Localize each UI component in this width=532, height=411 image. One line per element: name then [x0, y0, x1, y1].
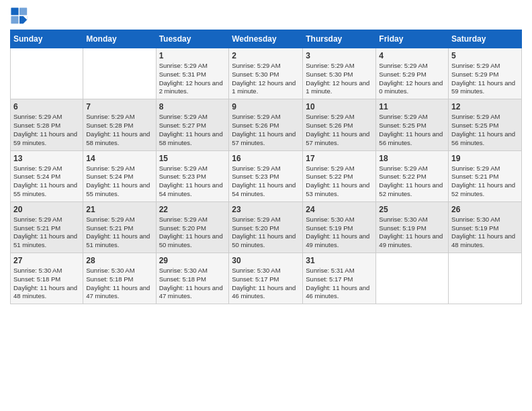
day-number: 14: [86, 154, 152, 163]
day-number: 22: [159, 205, 226, 214]
cell-content: Sunrise: 5:30 AM Sunset: 5:19 PM Dayligh…: [379, 216, 445, 250]
day-number: 29: [159, 256, 226, 265]
page: SundayMondayTuesdayWednesdayThursdayFrid…: [0, 0, 532, 311]
cell-content: Sunrise: 5:29 AM Sunset: 5:26 PM Dayligh…: [232, 113, 300, 147]
week-row-4: 20Sunrise: 5:29 AM Sunset: 5:21 PM Dayli…: [11, 201, 522, 253]
cell-content: Sunrise: 5:29 AM Sunset: 5:25 PM Dayligh…: [379, 113, 445, 147]
day-number: 8: [159, 102, 226, 111]
header-row: SundayMondayTuesdayWednesdayThursdayFrid…: [11, 30, 522, 48]
cell-content: Sunrise: 5:30 AM Sunset: 5:19 PM Dayligh…: [451, 216, 519, 250]
cell-content: Sunrise: 5:29 AM Sunset: 5:22 PM Dayligh…: [306, 165, 373, 199]
day-cell: 12Sunrise: 5:29 AM Sunset: 5:25 PM Dayli…: [449, 99, 522, 150]
day-number: 28: [86, 256, 152, 265]
day-number: 30: [232, 256, 300, 265]
cell-content: Sunrise: 5:29 AM Sunset: 5:23 PM Dayligh…: [159, 165, 226, 199]
day-number: 2: [232, 51, 300, 60]
day-number: 11: [379, 102, 445, 111]
day-cell: 27Sunrise: 5:30 AM Sunset: 5:18 PM Dayli…: [11, 253, 83, 304]
svg-rect-1: [19, 7, 27, 15]
day-cell: 9Sunrise: 5:29 AM Sunset: 5:26 PM Daylig…: [229, 99, 303, 150]
cell-content: Sunrise: 5:29 AM Sunset: 5:28 PM Dayligh…: [13, 113, 80, 147]
day-cell: 15Sunrise: 5:29 AM Sunset: 5:23 PM Dayli…: [156, 150, 229, 201]
svg-rect-0: [11, 7, 18, 15]
day-cell: 19Sunrise: 5:29 AM Sunset: 5:21 PM Dayli…: [449, 150, 522, 201]
cell-content: Sunrise: 5:29 AM Sunset: 5:21 PM Dayligh…: [13, 216, 80, 250]
cell-content: Sunrise: 5:29 AM Sunset: 5:22 PM Dayligh…: [379, 165, 445, 199]
cell-content: Sunrise: 5:29 AM Sunset: 5:30 PM Dayligh…: [232, 62, 300, 96]
day-cell: 18Sunrise: 5:29 AM Sunset: 5:22 PM Dayli…: [376, 150, 449, 201]
logo-icon: [10, 7, 29, 26]
day-cell: 16Sunrise: 5:29 AM Sunset: 5:23 PM Dayli…: [229, 150, 303, 201]
day-number: 21: [86, 205, 152, 214]
day-cell: 8Sunrise: 5:29 AM Sunset: 5:27 PM Daylig…: [156, 99, 229, 150]
day-cell: 4Sunrise: 5:29 AM Sunset: 5:29 PM Daylig…: [376, 48, 449, 99]
day-cell: 21Sunrise: 5:29 AM Sunset: 5:21 PM Dayli…: [83, 201, 156, 253]
cell-content: Sunrise: 5:30 AM Sunset: 5:18 PM Dayligh…: [159, 267, 226, 301]
cell-content: Sunrise: 5:29 AM Sunset: 5:28 PM Dayligh…: [86, 113, 152, 147]
header-cell-sunday: Sunday: [11, 30, 83, 48]
day-cell: 6Sunrise: 5:29 AM Sunset: 5:28 PM Daylig…: [11, 99, 83, 150]
day-cell: 28Sunrise: 5:30 AM Sunset: 5:18 PM Dayli…: [83, 253, 156, 304]
svg-rect-2: [11, 16, 18, 24]
day-cell: 3Sunrise: 5:29 AM Sunset: 5:30 PM Daylig…: [303, 48, 376, 99]
day-number: 16: [232, 154, 300, 163]
day-number: 23: [232, 205, 300, 214]
day-number: 9: [232, 102, 300, 111]
day-cell: 23Sunrise: 5:29 AM Sunset: 5:20 PM Dayli…: [229, 201, 303, 253]
day-cell: 30Sunrise: 5:30 AM Sunset: 5:17 PM Dayli…: [229, 253, 303, 304]
calendar-table: SundayMondayTuesdayWednesdayThursdayFrid…: [10, 30, 522, 304]
cell-content: Sunrise: 5:29 AM Sunset: 5:24 PM Dayligh…: [86, 165, 152, 199]
day-number: 26: [451, 205, 519, 214]
day-number: 1: [159, 51, 226, 60]
day-number: 7: [86, 102, 152, 111]
cell-content: Sunrise: 5:29 AM Sunset: 5:24 PM Dayligh…: [13, 165, 80, 199]
day-number: 17: [306, 154, 373, 163]
day-cell: [11, 48, 83, 99]
header-cell-tuesday: Tuesday: [156, 30, 229, 48]
day-number: 24: [306, 205, 373, 214]
day-number: 12: [451, 102, 519, 111]
day-number: 27: [13, 256, 80, 265]
day-cell: 22Sunrise: 5:29 AM Sunset: 5:20 PM Dayli…: [156, 201, 229, 253]
header-top: [10, 7, 522, 26]
cell-content: Sunrise: 5:29 AM Sunset: 5:25 PM Dayligh…: [451, 113, 519, 147]
header-cell-thursday: Thursday: [303, 30, 376, 48]
cell-content: Sunrise: 5:29 AM Sunset: 5:27 PM Dayligh…: [159, 113, 226, 147]
day-cell: 29Sunrise: 5:30 AM Sunset: 5:18 PM Dayli…: [156, 253, 229, 304]
day-cell: 25Sunrise: 5:30 AM Sunset: 5:19 PM Dayli…: [376, 201, 449, 253]
day-cell: 7Sunrise: 5:29 AM Sunset: 5:28 PM Daylig…: [83, 99, 156, 150]
day-number: 20: [13, 205, 80, 214]
day-number: 18: [379, 154, 445, 163]
day-cell: 14Sunrise: 5:29 AM Sunset: 5:24 PM Dayli…: [83, 150, 156, 201]
day-number: 5: [451, 51, 519, 60]
cell-content: Sunrise: 5:30 AM Sunset: 5:19 PM Dayligh…: [306, 216, 373, 250]
day-cell: 2Sunrise: 5:29 AM Sunset: 5:30 PM Daylig…: [229, 48, 303, 99]
cell-content: Sunrise: 5:30 AM Sunset: 5:18 PM Dayligh…: [86, 267, 152, 301]
day-cell: 10Sunrise: 5:29 AM Sunset: 5:26 PM Dayli…: [303, 99, 376, 150]
cell-content: Sunrise: 5:29 AM Sunset: 5:21 PM Dayligh…: [451, 165, 519, 199]
day-cell: 13Sunrise: 5:29 AM Sunset: 5:24 PM Dayli…: [11, 150, 83, 201]
day-cell: [449, 253, 522, 304]
cell-content: Sunrise: 5:29 AM Sunset: 5:29 PM Dayligh…: [379, 62, 445, 96]
cell-content: Sunrise: 5:29 AM Sunset: 5:20 PM Dayligh…: [159, 216, 226, 250]
day-number: 4: [379, 51, 445, 60]
day-cell: 17Sunrise: 5:29 AM Sunset: 5:22 PM Dayli…: [303, 150, 376, 201]
cell-content: Sunrise: 5:29 AM Sunset: 5:29 PM Dayligh…: [451, 62, 519, 96]
week-row-3: 13Sunrise: 5:29 AM Sunset: 5:24 PM Dayli…: [11, 150, 522, 201]
week-row-1: 1Sunrise: 5:29 AM Sunset: 5:31 PM Daylig…: [11, 48, 522, 99]
day-cell: 31Sunrise: 5:31 AM Sunset: 5:17 PM Dayli…: [303, 253, 376, 304]
cell-content: Sunrise: 5:31 AM Sunset: 5:17 PM Dayligh…: [306, 267, 373, 301]
cell-content: Sunrise: 5:29 AM Sunset: 5:30 PM Dayligh…: [306, 62, 373, 96]
day-cell: 26Sunrise: 5:30 AM Sunset: 5:19 PM Dayli…: [449, 201, 522, 253]
day-number: 10: [306, 102, 373, 111]
header-cell-monday: Monday: [83, 30, 156, 48]
day-number: 3: [306, 51, 373, 60]
header-cell-friday: Friday: [376, 30, 449, 48]
header-cell-saturday: Saturday: [449, 30, 522, 48]
day-cell: 5Sunrise: 5:29 AM Sunset: 5:29 PM Daylig…: [449, 48, 522, 99]
cell-content: Sunrise: 5:29 AM Sunset: 5:20 PM Dayligh…: [232, 216, 300, 250]
day-number: 15: [159, 154, 226, 163]
cell-content: Sunrise: 5:29 AM Sunset: 5:23 PM Dayligh…: [232, 165, 300, 199]
day-cell: 24Sunrise: 5:30 AM Sunset: 5:19 PM Dayli…: [303, 201, 376, 253]
cell-content: Sunrise: 5:29 AM Sunset: 5:31 PM Dayligh…: [159, 62, 226, 96]
